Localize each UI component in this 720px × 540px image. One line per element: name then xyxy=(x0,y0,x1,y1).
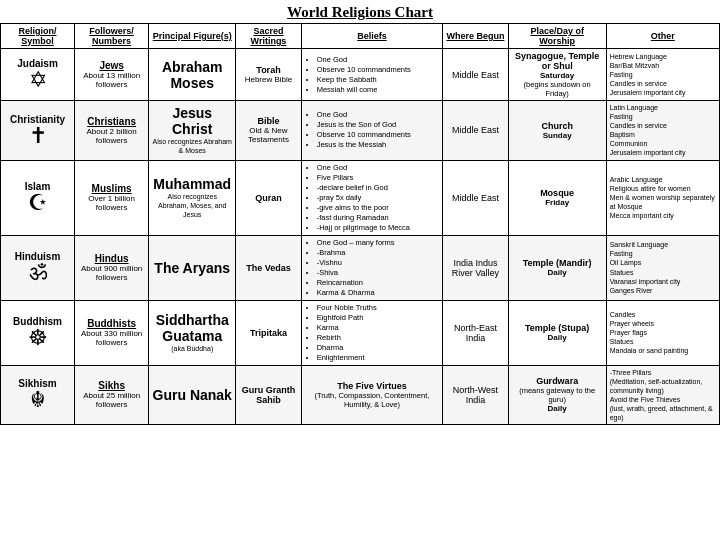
followers-name: Muslims xyxy=(92,183,132,194)
followers-cell: Buddhists About 330 million followers xyxy=(75,300,149,365)
place-cell: Synagogue, Temple or ShulSaturday(begins… xyxy=(508,49,606,101)
other-cell: Sanskrit LanguageFastingOil LampsStatues… xyxy=(606,235,719,300)
place-sub: (means gateway to the guru) xyxy=(519,386,595,404)
principal-sub: (aka Buddha) xyxy=(171,345,213,352)
sacred-title: Tripitaka xyxy=(250,328,287,338)
sacred-cell: Guru Granth Sahib xyxy=(236,365,301,425)
followers-cell: Jews About 13 million followers xyxy=(75,49,149,101)
where-text: Middle East xyxy=(452,125,499,135)
place-cell: Gurdwara(means gateway to the guru)Daily xyxy=(508,365,606,425)
where-cell: Middle East xyxy=(443,160,508,235)
followers-name: Sikhs xyxy=(98,380,125,391)
header-beliefs: Beliefs xyxy=(301,24,443,49)
place-name: Church xyxy=(541,121,573,131)
other-cell: Arabic LanguageReligious attire for wome… xyxy=(606,160,719,235)
header-other: Other xyxy=(606,24,719,49)
header-religion: Religion/ Symbol xyxy=(1,24,75,49)
religion-symbol: ☸ xyxy=(4,327,71,349)
belief-item: Karma xyxy=(317,323,440,332)
beliefs-list: Four Noble TruthsEightfold PathKarmaRebi… xyxy=(305,303,440,362)
sacred-cell: Quran xyxy=(236,160,301,235)
header-where: Where Begun xyxy=(443,24,508,49)
religion-symbol-cell: Islam ☪ xyxy=(1,160,75,235)
principal-cell: The Aryans xyxy=(149,235,236,300)
beliefs-list: One GodObserve 10 commandmentsKeep the S… xyxy=(305,55,440,94)
belief-item: Eightfold Path xyxy=(317,313,440,322)
religion-symbol-cell: Buddhism ☸ xyxy=(1,300,75,365)
religion-symbol-cell: Sikhism ☬ xyxy=(1,365,75,425)
followers-name: Hindus xyxy=(95,253,129,264)
beliefs-cell: One GodFive Pillars-declare belief in Go… xyxy=(301,160,443,235)
place-name: Mosque xyxy=(540,188,574,198)
followers-name: Buddhists xyxy=(87,318,136,329)
other-text: Hebrew LanguageBar/Bat MitzvahFastingCan… xyxy=(610,52,716,97)
place-name: Temple (Mandir) xyxy=(523,258,592,268)
where-text: Middle East xyxy=(452,70,499,80)
worship-day: Daily xyxy=(548,333,567,342)
followers-cell: Muslims Over 1 billion followers xyxy=(75,160,149,235)
belief-item: One God xyxy=(317,55,440,64)
sacred-cell: Tripitaka xyxy=(236,300,301,365)
header-sacred: Sacred Writings xyxy=(236,24,301,49)
header-followers: Followers/ Numbers xyxy=(75,24,149,49)
religion-symbol: ☬ xyxy=(4,389,71,411)
where-cell: North-East India xyxy=(443,300,508,365)
followers-count: About 25 million followers xyxy=(83,391,140,409)
beliefs-list: One GodJesus is the Son of GodObserve 10… xyxy=(305,110,440,149)
where-cell: Middle East xyxy=(443,49,508,101)
sacred-title: Guru Granth Sahib xyxy=(242,385,296,405)
principal-cell: Muhammad Also recognizes Abraham, Moses,… xyxy=(149,160,236,235)
other-cell: -Three Pillars(Meditation, self-actualiz… xyxy=(606,365,719,425)
belief-item: Keep the Sabbath xyxy=(317,75,440,84)
sacred-cell: The Vedas xyxy=(236,235,301,300)
followers-count: Over 1 billion followers xyxy=(88,194,135,212)
place-name: Gurdwara xyxy=(536,376,578,386)
belief-item: Dharma xyxy=(317,343,440,352)
other-text: -Three Pillars(Meditation, self-actualiz… xyxy=(610,368,716,423)
belief-item: -Vishnu xyxy=(317,258,440,267)
followers-count: About 2 billion followers xyxy=(86,127,136,145)
belief-item: -fast during Ramadan xyxy=(317,213,440,222)
where-text: India Indus River Valley xyxy=(452,258,499,278)
place-cell: Temple (Mandir)Daily xyxy=(508,235,606,300)
belief-item: Observe 10 commandments xyxy=(317,65,440,74)
day-sub: (begins sundown on Friday) xyxy=(524,80,591,98)
page-title: World Religions Chart xyxy=(0,0,720,23)
principal-name: Jesus Christ xyxy=(152,105,232,137)
other-text: CandlesPrayer wheelsPrayer flagsStatuesM… xyxy=(610,310,716,355)
other-cell: Hebrew LanguageBar/Bat MitzvahFastingCan… xyxy=(606,49,719,101)
beliefs-text: (Truth, Compassion, Contentment, Humilit… xyxy=(315,391,430,409)
principal-cell: Guru Nanak xyxy=(149,365,236,425)
religion-symbol: ☪ xyxy=(4,192,71,214)
table-row: Islam ☪Muslims Over 1 billion followersM… xyxy=(1,160,720,235)
religion-symbol: ✡ xyxy=(4,69,71,91)
belief-item: -pray 5x daily xyxy=(317,193,440,202)
beliefs-cell: One GodJesus is the Son of GodObserve 10… xyxy=(301,101,443,161)
worship-day: Daily xyxy=(548,404,567,413)
belief-item: Enlightenment xyxy=(317,353,440,362)
principal-name: Abraham Moses xyxy=(152,59,232,91)
sacred-title: Quran xyxy=(255,193,282,203)
sacred-sub: Old & New Testaments xyxy=(248,126,289,144)
followers-cell: Hindus About 900 million followers xyxy=(75,235,149,300)
where-cell: North-West India xyxy=(443,365,508,425)
belief-item: One God xyxy=(317,163,440,172)
principal-name: The Aryans xyxy=(152,260,232,276)
followers-cell: Sikhs About 25 million followers xyxy=(75,365,149,425)
world-religions-table: Religion/ Symbol Followers/ Numbers Prin… xyxy=(0,23,720,425)
table-row: Judaism ✡Jews About 13 million followers… xyxy=(1,49,720,101)
where-cell: India Indus River Valley xyxy=(443,235,508,300)
followers-count: About 900 million followers xyxy=(81,264,142,282)
beliefs-list: One God – many forms-Brahma-Vishnu-Shiva… xyxy=(305,238,440,297)
other-text: Latin LanguageFastingCandles in serviceB… xyxy=(610,103,716,158)
table-row: Christianity ✝Christians About 2 billion… xyxy=(1,101,720,161)
place-name: Temple (Stupa) xyxy=(525,323,589,333)
belief-item: One God – many forms xyxy=(317,238,440,247)
principal-sub: Also recognizes Abraham & Moses xyxy=(153,138,232,154)
place-name: Synagogue, Temple or Shul xyxy=(515,51,599,71)
beliefs-title: The Five Virtues xyxy=(337,381,406,391)
sacred-title: Torah xyxy=(256,65,280,75)
beliefs-cell: The Five Virtues(Truth, Compassion, Cont… xyxy=(301,365,443,425)
belief-item: Rebirth xyxy=(317,333,440,342)
belief-item: -Hajj or pilgrimage to Mecca xyxy=(317,223,440,232)
